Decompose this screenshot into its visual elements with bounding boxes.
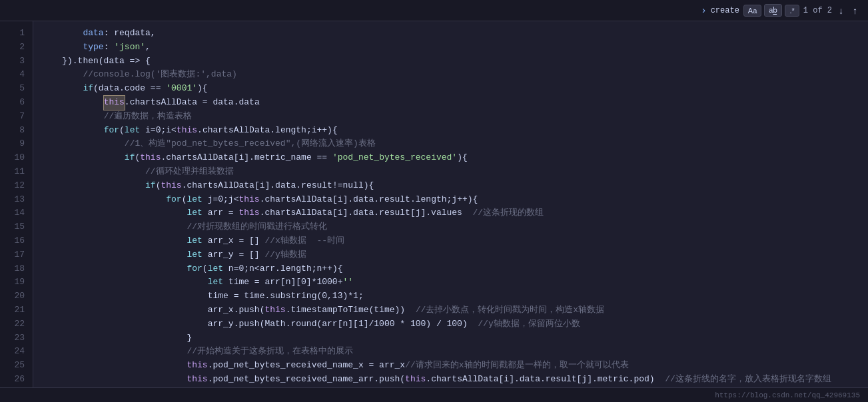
top-bar: › create Aa ab̲ .* 1 of 2 ↓ ↑ — [0, 0, 868, 21]
search-input-label: create — [711, 6, 739, 15]
code-line: for(let n=0;n<arr.length;n++){ — [41, 262, 860, 276]
line-num: 19 — [0, 276, 25, 290]
line-num: 1 — [0, 27, 25, 41]
line-num: 21 — [0, 303, 25, 317]
line-num: 15 — [0, 220, 25, 234]
code-area[interactable]: data: reqdata, type: 'json', }).then(dat… — [33, 21, 868, 387]
line-num: 5 — [0, 82, 25, 96]
line-num: 26 — [0, 373, 25, 387]
code-line: for(let i=0;i<this.chartsAllData.length;… — [41, 124, 860, 138]
line-num: 18 — [0, 262, 25, 276]
case-sensitive-btn[interactable]: Aa — [743, 5, 761, 17]
search-count: 1 of 2 — [803, 6, 832, 15]
search-next-btn[interactable]: ↑ — [850, 4, 860, 17]
line-num: 22 — [0, 317, 25, 331]
main-layout: 1 2 3 4 5 6 7 8 9 10 11 12 13 14 15 16 1… — [0, 21, 868, 387]
status-url: https://blog.csdn.net/qq_42969135 — [715, 391, 860, 399]
line-numbers: 1 2 3 4 5 6 7 8 9 10 11 12 13 14 15 16 1… — [0, 21, 33, 387]
code-line: if(this.chartsAllData[i].metric_name == … — [41, 151, 860, 165]
search-bar: › create Aa ab̲ .* 1 of 2 ↓ ↑ — [701, 4, 860, 17]
search-prev-btn[interactable]: ↓ — [836, 4, 846, 17]
line-num: 16 — [0, 234, 25, 248]
code-line: }).then(data => { — [41, 55, 860, 69]
code-line: this.pod_net_bytes_received_name_x = arr… — [41, 359, 860, 373]
code-line: if(data.code == '0001'){ — [41, 82, 860, 96]
code-line: time = time.substring(0,13)*1; — [41, 290, 860, 303]
code-line: //循环处理并组装数据 — [41, 165, 860, 179]
line-num: 11 — [0, 165, 25, 179]
code-line: for(let j=0;j<this.chartsAllData[i].data… — [41, 193, 860, 207]
line-num: 7 — [0, 110, 25, 124]
code-line: //对折现数组的时间戳进行格式转化 — [41, 220, 860, 234]
code-line: this.chartsAllData = data.data — [41, 96, 860, 110]
code-line: //遍历数据，构造表格 — [41, 110, 860, 124]
line-num: 3 — [0, 55, 25, 69]
search-icon: › — [701, 5, 706, 16]
line-num: 9 — [0, 137, 25, 151]
code-line: arr_x.push(this.timestampToTime(time)) /… — [41, 303, 860, 317]
code-line: //开始构造关于这条折现，在表格中的展示 — [41, 345, 860, 359]
code-line: //console.log('图表数据:',data) — [41, 68, 860, 82]
line-num: 10 — [0, 151, 25, 165]
line-num: 12 — [0, 179, 25, 193]
code-line: this.pod_net_bytes_received_name_arr.pus… — [41, 373, 860, 387]
code-line: data: reqdata, — [41, 27, 860, 41]
line-num: 17 — [0, 248, 25, 262]
line-num: 23 — [0, 331, 25, 345]
regex-btn[interactable]: .* — [785, 5, 799, 17]
line-num: 24 — [0, 345, 25, 359]
search-options: Aa ab̲ .* — [743, 4, 799, 17]
status-bar: https://blog.csdn.net/qq_42969135 — [0, 387, 868, 402]
code-line: let arr_x = [] //x轴数据 --时间 — [41, 234, 860, 248]
code-line: type: 'json', — [41, 41, 860, 55]
code-line: //1、构造"pod_net_bytes_received",(网络流入速率)表… — [41, 137, 860, 151]
code-line: let arr = this.chartsAllData[i].data.res… — [41, 206, 860, 220]
line-num: 4 — [0, 68, 25, 82]
code-line: arr_y.push(Math.round(arr[n][1]/1000 * 1… — [41, 317, 860, 331]
code-line: let arr_y = [] //y轴数据 — [41, 248, 860, 262]
whole-word-btn[interactable]: ab̲ — [764, 4, 782, 17]
line-num: 6 — [0, 96, 25, 110]
line-num: 20 — [0, 290, 25, 303]
line-num: 13 — [0, 193, 25, 207]
line-num: 8 — [0, 124, 25, 138]
line-num: 25 — [0, 359, 25, 373]
code-line: } — [41, 331, 860, 345]
line-num: 2 — [0, 41, 25, 55]
code-line: let time = arr[n][0]*1000+'' — [41, 276, 860, 290]
code-line: if(this.chartsAllData[i].data.result!=nu… — [41, 179, 860, 193]
line-num: 14 — [0, 206, 25, 220]
